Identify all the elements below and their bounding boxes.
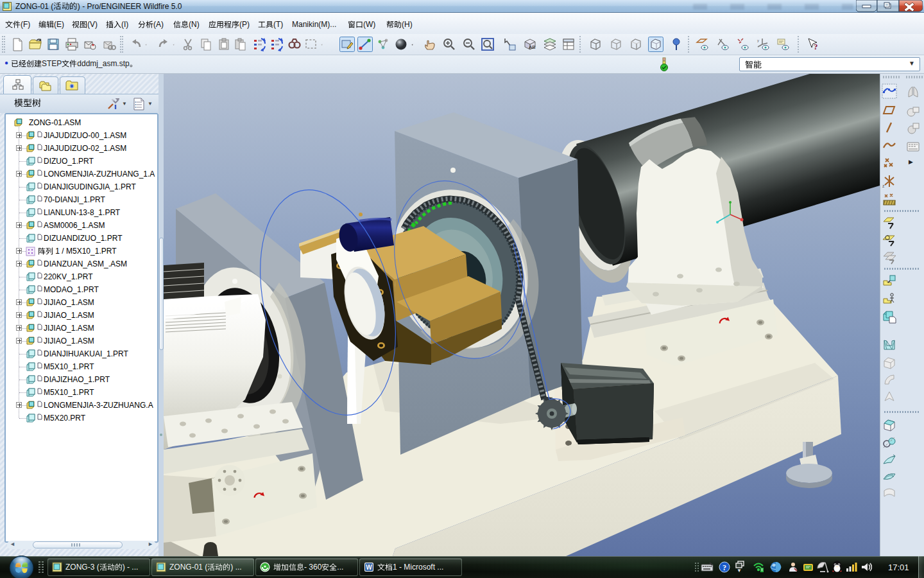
svg-text:y: y <box>757 39 759 42</box>
svg-text:?: ? <box>814 42 818 51</box>
svg-text:AB: AB <box>529 44 536 50</box>
svg-text:W: W <box>366 564 372 571</box>
svg-text:?: ? <box>723 563 726 572</box>
svg-text:z: z <box>882 184 885 188</box>
